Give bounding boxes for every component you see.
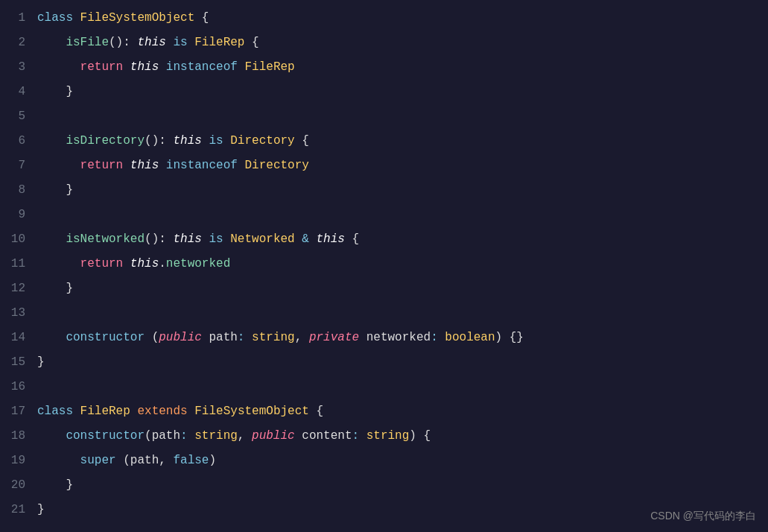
code-line: 20 } [0,473,768,498]
code-token: isDirectory [66,134,145,148]
code-token: return [80,257,124,270]
code-token: is [209,134,223,148]
code-token [359,331,366,344]
line-content: return this.networked [37,252,230,276]
code-token [159,60,166,74]
line-number: 18 [0,424,37,449]
code-token [202,232,209,246]
line-number: 15 [0,350,37,375]
code-line: 6 isDirectory(): this is Directory { [0,129,768,153]
code-token: private [309,331,359,344]
code-token: this [173,134,201,148]
code-token [166,36,174,49]
line-content: isNetworked(): this is Networked & this … [37,227,359,252]
code-token: super [80,454,116,467]
code-token [37,134,66,148]
line-number: 14 [0,326,37,350]
code-token [223,232,231,246]
code-token: FileRep [194,36,244,49]
code-line: 19 super (path, false) [0,449,768,473]
code-token: { [345,232,359,246]
code-editor: 1class FileSystemObject {2 isFile(): thi… [0,0,768,532]
code-token: extends [137,405,187,418]
code-token: return [80,159,124,172]
code-token: { [244,36,258,49]
code-token [202,331,209,344]
code-line: 11 return this.networked [0,252,768,276]
code-token: : [238,331,252,344]
code-line: 5 [0,104,768,129]
code-token: this [173,232,201,246]
code-token: : [352,429,366,443]
code-token: , [295,331,309,344]
code-token: this [130,257,159,270]
code-token: FileSystemObject [194,405,309,418]
code-token: FileSystemObject [80,11,195,25]
code-token [309,232,317,246]
line-content: } [37,80,73,104]
line-number: 17 [0,399,37,424]
line-number: 3 [0,55,37,80]
code-token: Directory [230,134,294,148]
line-number: 7 [0,153,37,178]
code-token: class [37,405,80,418]
code-token: { [194,11,209,25]
code-token [37,60,80,74]
code-token: ) [209,454,216,467]
line-content: } [37,473,73,498]
line-number: 21 [0,498,37,522]
code-token: ) { [409,429,431,443]
line-number: 4 [0,80,37,104]
code-line: 13 [0,301,768,326]
line-content: } [37,498,45,522]
code-token: , [238,429,252,443]
line-content: super (path, false) [37,449,216,473]
code-token: { [295,134,309,148]
code-token: : [180,429,194,443]
line-number: 6 [0,129,37,153]
code-token: this [317,232,345,246]
code-token [123,60,130,74]
code-token: ) {} [495,331,524,344]
code-token: & [302,232,309,246]
code-token: Networked [230,232,294,246]
line-content: } [37,350,45,375]
code-line: 4 } [0,80,768,104]
line-number: 19 [0,449,37,473]
code-token: } [37,503,45,516]
line-content: constructor(path: string, public content… [37,424,431,449]
line-number: 16 [0,375,37,399]
code-token [37,232,66,246]
code-token [123,159,130,172]
line-number: 2 [0,31,37,55]
code-line: 12 } [0,276,768,301]
code-token: } [37,85,73,98]
line-number: 1 [0,6,37,31]
line-content: } [37,276,73,301]
code-token: path [130,454,159,467]
code-token [37,454,80,467]
code-token [123,257,130,270]
line-number: 20 [0,473,37,498]
code-token: (): [109,36,137,49]
code-token [130,405,138,418]
code-token: FileRep [244,60,294,74]
line-number: 5 [0,104,37,129]
code-token: ( [116,454,130,467]
code-token: this [137,36,165,49]
code-token [295,232,302,246]
code-token: instanceof [166,60,238,74]
line-number: 11 [0,252,37,276]
code-token: } [37,478,73,492]
code-token [37,159,80,172]
code-line: 1class FileSystemObject { [0,6,768,31]
code-token: networked [166,257,230,270]
code-token: public [159,331,202,344]
code-token: Directory [244,159,308,172]
code-token: constructor [66,331,145,344]
code-line: 2 isFile(): this is FileRep { [0,31,768,55]
line-content: class FileSystemObject { [37,6,209,31]
line-number: 12 [0,276,37,301]
code-token: is [209,232,223,246]
code-token [188,405,195,418]
